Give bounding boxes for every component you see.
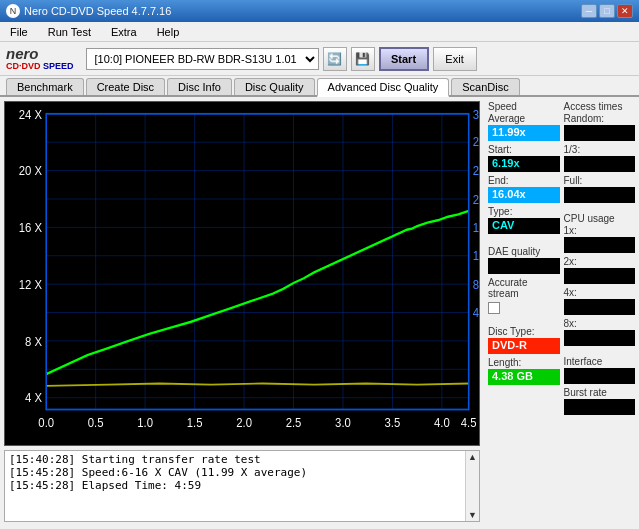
- cpu-2x-label: 2x:: [564, 256, 636, 267]
- svg-text:3.0: 3.0: [335, 416, 351, 431]
- average-value: 11.99x: [488, 125, 560, 141]
- svg-text:2.0: 2.0: [236, 416, 252, 431]
- tab-disc-quality[interactable]: Disc Quality: [234, 78, 315, 95]
- menu-extra[interactable]: Extra: [105, 25, 143, 39]
- random-value: [564, 125, 636, 141]
- tab-disc-info[interactable]: Disc Info: [167, 78, 232, 95]
- menu-bar: File Run Test Extra Help: [0, 22, 639, 42]
- chart-area: 24 X 20 X 16 X 12 X 8 X 4 X 32 28 24 20 …: [4, 101, 480, 446]
- dae-quality-label: DAE quality: [488, 246, 560, 257]
- logo: nero CD·DVD SPEED: [6, 46, 74, 71]
- type-label: Type:: [488, 206, 560, 217]
- svg-text:8 X: 8 X: [25, 334, 42, 349]
- dae-quality-value: [488, 258, 560, 274]
- svg-text:12: 12: [473, 249, 479, 264]
- accurate-stream-checkbox[interactable]: [488, 302, 500, 314]
- disc-length-value: 4.38 GB: [488, 369, 560, 385]
- start-value: 6.19x: [488, 156, 560, 172]
- accurate-stream-label: Accurate stream: [488, 277, 560, 299]
- svg-text:4: 4: [473, 306, 479, 321]
- svg-text:32: 32: [473, 107, 479, 122]
- svg-text:1.0: 1.0: [137, 416, 153, 431]
- cpu-usage-section: CPU usage 1x:: [564, 213, 636, 253]
- speed-section: Speed Average 11.99x: [488, 101, 560, 141]
- svg-text:0.0: 0.0: [38, 416, 54, 431]
- disc-length-label: Length:: [488, 357, 560, 368]
- cpu-8x-group: 8x:: [564, 318, 636, 346]
- interface-label: Interface: [564, 356, 636, 367]
- tab-bar: Benchmark Create Disc Disc Info Disc Qua…: [0, 76, 639, 97]
- start-button[interactable]: Start: [379, 47, 429, 71]
- log-area: [15:40:28] Starting transfer rate test […: [4, 450, 480, 522]
- tab-scan-disc[interactable]: ScanDisc: [451, 78, 519, 95]
- svg-text:28: 28: [473, 134, 479, 149]
- end-value: 16.04x: [488, 187, 560, 203]
- full-label: Full:: [564, 175, 636, 186]
- type-value: CAV: [488, 218, 560, 234]
- disc-type-group: Disc Type: DVD-R: [488, 326, 560, 354]
- log-entry-2: [15:45:28] Speed:6-16 X CAV (11.99 X ave…: [9, 466, 461, 479]
- svg-text:8: 8: [473, 277, 479, 292]
- svg-text:12 X: 12 X: [19, 277, 42, 292]
- one-third-label: 1/3:: [564, 144, 636, 155]
- end-label: End:: [488, 175, 560, 186]
- cpu-8x-label: 8x:: [564, 318, 636, 329]
- title-bar: N Nero CD-DVD Speed 4.7.7.16 ─ □ ✕: [0, 0, 639, 22]
- tab-benchmark[interactable]: Benchmark: [6, 78, 84, 95]
- disc-type-label: Disc Type:: [488, 326, 560, 337]
- log-entry-3: [15:45:28] Elapsed Time: 4:59: [9, 479, 461, 492]
- log-scrollbar[interactable]: ▲ ▼: [465, 451, 479, 521]
- svg-text:2.5: 2.5: [286, 416, 302, 431]
- exit-button[interactable]: Exit: [433, 47, 477, 71]
- minimize-button[interactable]: ─: [581, 4, 597, 18]
- svg-text:20 X: 20 X: [19, 164, 42, 179]
- start-group: Start: 6.19x: [488, 144, 560, 172]
- svg-text:4 X: 4 X: [25, 391, 42, 406]
- menu-help[interactable]: Help: [151, 25, 186, 39]
- log-entry-1: [15:40:28] Starting transfer rate test: [9, 453, 461, 466]
- random-label: Random:: [564, 113, 636, 124]
- toolbar: nero CD·DVD SPEED [10:0] PIONEER BD-RW B…: [0, 42, 639, 76]
- cpu-4x-label: 4x:: [564, 287, 636, 298]
- svg-text:20: 20: [473, 192, 479, 207]
- close-button[interactable]: ✕: [617, 4, 633, 18]
- full-group: Full:: [564, 175, 636, 203]
- svg-rect-0: [5, 102, 479, 445]
- tab-create-disc[interactable]: Create Disc: [86, 78, 165, 95]
- app-icon: N: [6, 4, 20, 18]
- cpu-2x-group: 2x:: [564, 256, 636, 284]
- svg-text:3.5: 3.5: [385, 416, 401, 431]
- logo-nero: nero: [6, 46, 74, 61]
- interface-value: [564, 368, 636, 384]
- cpu-usage-title: CPU usage: [564, 213, 636, 224]
- burst-rate-label: Burst rate: [564, 387, 636, 398]
- burst-rate-value: [564, 399, 636, 415]
- cpu-2x-value: [564, 268, 636, 284]
- svg-text:4.0: 4.0: [434, 416, 450, 431]
- burst-rate-group: Burst rate: [564, 387, 636, 415]
- one-third-group: 1/3:: [564, 144, 636, 172]
- svg-text:0.5: 0.5: [88, 416, 104, 431]
- log-content: [15:40:28] Starting transfer rate test […: [5, 451, 465, 521]
- drive-select[interactable]: [10:0] PIONEER BD-RW BDR-S13U 1.01: [86, 48, 319, 70]
- menu-run-test[interactable]: Run Test: [42, 25, 97, 39]
- maximize-button[interactable]: □: [599, 4, 615, 18]
- cpu-1x-label: 1x:: [564, 225, 636, 236]
- save-button[interactable]: 💾: [351, 47, 375, 71]
- svg-text:1.5: 1.5: [187, 416, 203, 431]
- accurate-stream-group: Accurate stream: [488, 277, 560, 314]
- tab-advanced-disc-quality[interactable]: Advanced Disc Quality: [317, 78, 450, 97]
- right-panel: Speed Average 11.99x Start: 6.19x End: 1…: [484, 97, 639, 526]
- logo-sub: CD·DVD SPEED: [6, 61, 74, 71]
- full-value: [564, 187, 636, 203]
- end-group: End: 16.04x: [488, 175, 560, 203]
- cpu-4x-value: [564, 299, 636, 315]
- refresh-button[interactable]: 🔄: [323, 47, 347, 71]
- svg-text:16 X: 16 X: [19, 220, 42, 235]
- menu-file[interactable]: File: [4, 25, 34, 39]
- one-third-value: [564, 156, 636, 172]
- access-times-section: Access times Random:: [564, 101, 636, 141]
- disc-length-group: Length: 4.38 GB: [488, 357, 560, 385]
- cpu-4x-group: 4x:: [564, 287, 636, 315]
- title-text: Nero CD-DVD Speed 4.7.7.16: [24, 5, 171, 17]
